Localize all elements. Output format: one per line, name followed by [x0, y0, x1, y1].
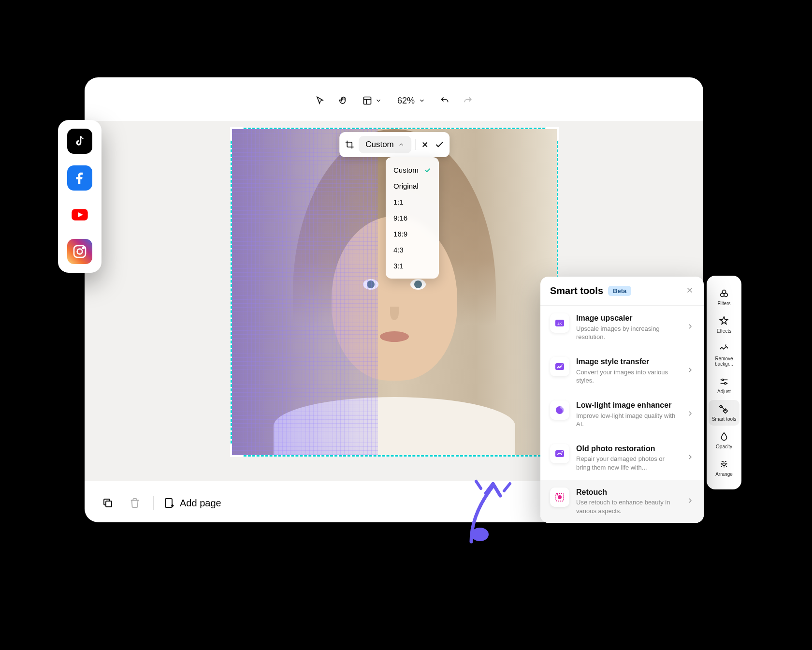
- rail-item-opacity[interactable]: Opacity: [709, 428, 740, 453]
- youtube-icon[interactable]: [67, 202, 92, 227]
- tool-desc: Upscale images by increasing resolution.: [576, 325, 680, 341]
- tiktok-icon[interactable]: [67, 129, 92, 154]
- svg-rect-8: [165, 499, 172, 507]
- tool-icon: [550, 357, 569, 376]
- facebook-icon[interactable]: [67, 165, 92, 191]
- smart-tool-item[interactable]: 4K Image upscaler Upscale images by incr…: [540, 306, 704, 349]
- add-page-icon: [163, 497, 175, 509]
- hand-tool-button[interactable]: [334, 92, 352, 109]
- chevron-up-icon: [398, 141, 405, 148]
- svg-point-19: [723, 463, 725, 466]
- tool-icon: [550, 400, 569, 420]
- chevron-right-icon: [686, 497, 694, 506]
- zoom-value: 62%: [397, 96, 415, 106]
- tool-desc: Convert your images into various styles.: [576, 368, 680, 385]
- smart-tools-title: Smart tools: [550, 285, 603, 296]
- svg-point-2: [77, 249, 83, 254]
- tool-desc: Use retouch to enhance beauty in various…: [576, 498, 680, 515]
- crop-toolbar: Custom: [339, 132, 450, 157]
- tool-title: Image upscaler: [576, 313, 680, 324]
- tool-desc: Repair your damaged photos or bring them…: [576, 455, 680, 472]
- svg-point-24: [562, 407, 563, 408]
- chevron-right-icon: [686, 366, 694, 376]
- svg-point-27: [558, 495, 562, 499]
- tool-icon: [550, 444, 569, 463]
- tool-title: Low-light image enhancer: [576, 400, 680, 411]
- top-toolbar: 62%: [311, 92, 477, 109]
- rail-item-smart-tools[interactable]: Smart tools: [709, 400, 740, 426]
- pointer-tool-button[interactable]: [311, 92, 329, 109]
- layout-dropdown[interactable]: [358, 93, 387, 108]
- instagram-icon[interactable]: [67, 239, 92, 264]
- smart-tools-panel: Smart tools Beta 4K Image upscaler Upsca…: [540, 277, 704, 523]
- rail-item-remove-backgr-[interactable]: Remove backgr...: [709, 340, 740, 370]
- chevron-down-icon: [419, 97, 425, 104]
- tool-title: Image style transfer: [576, 357, 680, 367]
- rail-item-arrange[interactable]: Arrange: [709, 455, 740, 481]
- crop-ratio-dropdown[interactable]: Custom: [359, 136, 411, 153]
- add-page-label: Add page: [180, 498, 221, 509]
- crop-cancel-button[interactable]: [420, 139, 430, 150]
- svg-point-13: [724, 293, 727, 296]
- crop-option[interactable]: 3:1: [386, 258, 439, 274]
- rail-item-effects[interactable]: Effects: [709, 312, 740, 338]
- redo-button[interactable]: [459, 92, 477, 109]
- svg-rect-4: [363, 97, 371, 104]
- svg-point-15: [722, 379, 724, 381]
- chevron-down-icon: [375, 97, 382, 104]
- smart-tool-item[interactable]: Old photo restoration Repair your damage…: [540, 436, 704, 480]
- smart-tool-item[interactable]: Image style transfer Convert your images…: [540, 349, 704, 393]
- add-page-button[interactable]: Add page: [163, 497, 221, 509]
- tool-title: Retouch: [576, 488, 680, 498]
- beta-badge: Beta: [608, 286, 631, 296]
- svg-rect-18: [722, 462, 727, 467]
- smart-tools-header: Smart tools Beta: [540, 277, 704, 306]
- right-rail: FiltersEffectsRemove backgr...AdjustSmar…: [707, 276, 741, 489]
- smart-tool-item[interactable]: Low-light image enhancer Improve low-lig…: [540, 393, 704, 436]
- crop-handle-tl[interactable]: [230, 127, 243, 140]
- social-rail: [58, 120, 102, 273]
- svg-rect-22: [555, 363, 564, 370]
- svg-point-3: [83, 247, 84, 249]
- smart-tool-item[interactable]: Retouch Use retouch to enhance beauty in…: [540, 480, 704, 523]
- svg-point-28: [471, 528, 489, 541]
- crop-option[interactable]: Custom: [386, 162, 439, 178]
- crop-option[interactable]: 9:16: [386, 210, 439, 226]
- crop-handle-tr[interactable]: [546, 127, 559, 140]
- delete-page-button[interactable]: [126, 494, 144, 512]
- svg-point-17: [725, 383, 726, 384]
- undo-button[interactable]: [436, 92, 453, 109]
- chevron-right-icon: [686, 453, 694, 463]
- crop-confirm-button[interactable]: [434, 139, 445, 150]
- svg-rect-7: [106, 501, 112, 507]
- image-crop-frame[interactable]: Custom CustomOriginal1:19:1616:94:33:1: [231, 128, 558, 457]
- rail-item-filters[interactable]: Filters: [709, 284, 740, 310]
- bottom-bar: Add page: [99, 494, 221, 512]
- crop-option[interactable]: 1:1: [386, 194, 439, 210]
- chevron-right-icon: [686, 323, 694, 332]
- crop-handle-bl[interactable]: [230, 444, 243, 457]
- tool-icon: [550, 488, 569, 507]
- crop-option[interactable]: 16:9: [386, 226, 439, 242]
- svg-point-12: [721, 293, 724, 296]
- tool-title: Old photo restoration: [576, 444, 680, 454]
- crop-ratio-menu: CustomOriginal1:19:1616:94:33:1: [386, 157, 439, 279]
- crop-ratio-label: Custom: [365, 140, 394, 149]
- close-button[interactable]: [685, 286, 694, 296]
- crop-option[interactable]: Original: [386, 178, 439, 194]
- rail-item-adjust[interactable]: Adjust: [709, 372, 740, 398]
- svg-text:4K: 4K: [558, 322, 562, 325]
- crop-option[interactable]: 4:3: [386, 242, 439, 258]
- zoom-dropdown[interactable]: 62%: [392, 93, 430, 109]
- chevron-right-icon: [686, 410, 694, 419]
- tool-desc: Improve low-light image quality with AI.: [576, 412, 680, 428]
- duplicate-page-button[interactable]: [99, 494, 116, 512]
- tool-icon: 4K: [550, 313, 569, 333]
- crop-icon: [344, 139, 355, 150]
